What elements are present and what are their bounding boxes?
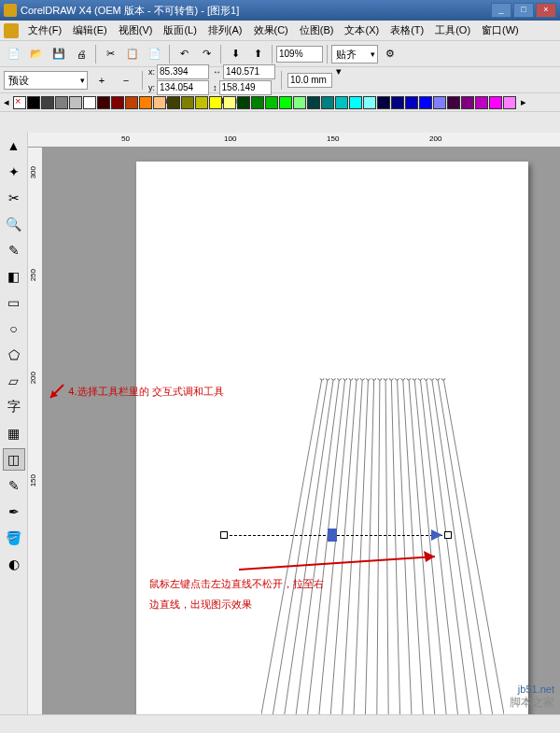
color-swatch[interactable]	[503, 96, 516, 109]
color-swatch[interactable]	[223, 96, 236, 109]
color-swatch[interactable]	[265, 96, 278, 109]
new-button[interactable]: 📄	[4, 44, 24, 64]
palette-right-arrow[interactable]: ▸	[521, 96, 526, 108]
color-swatch[interactable]	[405, 96, 418, 109]
eyedropper-tool[interactable]: ✎	[3, 474, 25, 497]
no-fill-swatch[interactable]: ×	[13, 96, 26, 109]
color-swatch[interactable]	[419, 96, 432, 109]
zoom-level[interactable]: 109%	[276, 46, 323, 63]
color-swatch[interactable]	[279, 96, 292, 109]
y-coord[interactable]: 134.054 mm	[157, 80, 209, 95]
basic-shapes-tool[interactable]: ▱	[3, 370, 25, 392]
color-swatch[interactable]	[349, 96, 362, 109]
zoom-tool[interactable]: 🔍	[3, 213, 25, 235]
menu-text[interactable]: 文本(X)	[339, 21, 385, 39]
blend-start-handle[interactable]	[220, 531, 228, 539]
svg-line-1	[273, 378, 328, 714]
nudge-field[interactable]: 10.0 mm	[287, 73, 332, 88]
copy-button[interactable]: 📋	[122, 44, 143, 64]
polygon-tool[interactable]: ⬠	[3, 344, 25, 366]
options-button[interactable]: ⚙	[380, 44, 400, 64]
menu-table[interactable]: 表格(T)	[385, 21, 429, 39]
color-swatch[interactable]	[433, 96, 446, 109]
color-swatch[interactable]	[321, 96, 334, 109]
minimize-button[interactable]: _	[491, 3, 511, 18]
palette-left-arrow[interactable]: ◂	[4, 96, 9, 108]
interactive-fill-tool[interactable]: ◐	[3, 553, 25, 575]
preset-dropdown[interactable]: 预设	[4, 71, 88, 90]
color-swatch[interactable]	[475, 96, 488, 109]
cut-button[interactable]: ✂	[100, 44, 120, 64]
color-swatch[interactable]	[139, 96, 152, 109]
crop-tool[interactable]: ✂	[3, 187, 25, 209]
pick-tool[interactable]: ▲	[3, 134, 25, 157]
color-swatch[interactable]	[181, 96, 194, 109]
del-preset-button[interactable]: −	[116, 70, 136, 91]
color-swatch[interactable]	[307, 96, 320, 109]
color-swatch[interactable]	[489, 96, 502, 109]
open-button[interactable]: 📂	[26, 44, 47, 64]
width-field[interactable]: 140.571 mm	[223, 64, 275, 79]
color-swatch[interactable]	[69, 96, 82, 109]
color-swatch[interactable]	[167, 96, 180, 109]
color-swatch[interactable]	[153, 96, 166, 109]
table-tool[interactable]: ▦	[3, 422, 25, 444]
svg-point-27	[349, 378, 353, 380]
text-tool[interactable]: 字	[3, 396, 25, 418]
menu-arrange[interactable]: 排列(A)	[203, 21, 248, 39]
color-swatch[interactable]	[27, 96, 40, 109]
add-preset-button[interactable]: +	[91, 70, 112, 91]
color-swatch[interactable]	[335, 96, 348, 109]
color-swatch[interactable]	[363, 96, 376, 109]
color-swatch[interactable]	[391, 96, 404, 109]
blend-slider[interactable]	[328, 529, 337, 542]
menu-edit[interactable]: 编辑(E)	[67, 21, 113, 39]
color-swatch[interactable]	[55, 96, 68, 109]
svg-line-11	[385, 378, 388, 714]
color-swatch[interactable]	[125, 96, 138, 109]
fill-tool[interactable]: 🪣	[3, 527, 25, 549]
rectangle-tool[interactable]: ▭	[3, 291, 25, 314]
redo-button[interactable]: ↷	[196, 44, 217, 64]
interactive-blend-tool[interactable]: ◫	[3, 448, 25, 471]
color-swatch[interactable]	[195, 96, 208, 109]
color-swatch[interactable]	[237, 96, 250, 109]
color-swatch[interactable]	[447, 96, 460, 109]
ellipse-tool[interactable]: ○	[3, 317, 25, 340]
import-button[interactable]: ⬇	[225, 44, 245, 64]
color-swatch[interactable]	[209, 96, 222, 109]
menu-view[interactable]: 视图(V)	[113, 21, 159, 39]
color-swatch[interactable]	[97, 96, 110, 109]
color-swatch[interactable]	[83, 96, 96, 109]
close-button[interactable]: ×	[536, 3, 556, 18]
x-coord[interactable]: 85.394 mm	[157, 64, 209, 79]
color-swatch[interactable]	[41, 96, 54, 109]
menu-file[interactable]: 文件(F)	[22, 21, 67, 39]
color-swatch[interactable]	[111, 96, 124, 109]
snap-dropdown[interactable]: 贴齐 ▾	[331, 45, 378, 63]
app-menu-icon[interactable]	[4, 23, 19, 38]
color-swatch[interactable]	[461, 96, 474, 109]
color-swatch[interactable]	[251, 96, 264, 109]
freehand-tool[interactable]: ✎	[3, 239, 25, 261]
export-button[interactable]: ⬆	[247, 44, 268, 64]
menu-window[interactable]: 窗口(W)	[476, 21, 525, 39]
shape-tool[interactable]: ✦	[3, 161, 25, 183]
menu-layout[interactable]: 版面(L)	[158, 21, 202, 39]
color-swatch[interactable]	[293, 96, 306, 109]
print-button[interactable]: 🖨	[71, 44, 91, 64]
menu-bitmap[interactable]: 位图(B)	[294, 21, 340, 39]
maximize-button[interactable]: □	[513, 3, 534, 18]
color-swatch[interactable]	[377, 96, 390, 109]
outline-tool[interactable]: ✒	[3, 500, 25, 523]
save-button[interactable]: 💾	[49, 44, 69, 64]
undo-button[interactable]: ↶	[174, 44, 194, 64]
menu-effects[interactable]: 效果(C)	[248, 21, 294, 39]
menu-tools[interactable]: 工具(O)	[429, 21, 476, 39]
blend-end-handle[interactable]	[444, 531, 452, 539]
canvas-area[interactable]	[43, 148, 560, 714]
height-field[interactable]: 158.149 mm	[219, 80, 272, 95]
smart-fill-tool[interactable]: ◧	[3, 265, 25, 288]
svg-line-14	[403, 378, 424, 714]
paste-button[interactable]: 📄	[145, 44, 165, 64]
